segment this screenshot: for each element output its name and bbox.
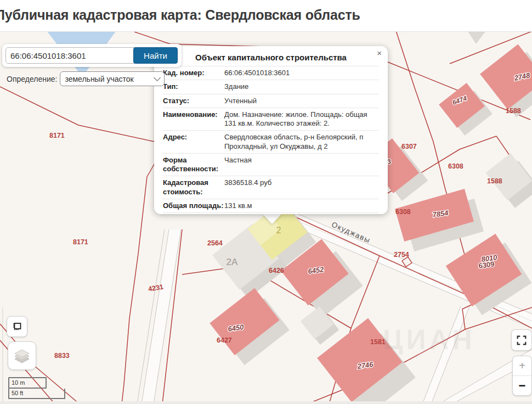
chevron-down-icon <box>154 74 161 81</box>
parcel-label: 8171 <box>49 132 65 139</box>
parcel-label: 8171 <box>73 238 88 246</box>
parcel-label: 2754 <box>394 251 409 259</box>
parcel-label: 1588 <box>487 177 502 185</box>
popup-title: Объект капитального строительства <box>173 53 369 62</box>
parcel-label: 1588 <box>506 107 521 115</box>
fullscreen-button[interactable] <box>511 329 532 351</box>
parcel-label: 2564 <box>207 239 223 247</box>
scale-metric: 10 m <box>8 377 47 389</box>
object-type-select[interactable]: земельный участок <box>60 71 165 86</box>
parcel-label: 6426 <box>269 267 284 274</box>
parcel-label: 6308 <box>448 162 463 170</box>
popup-row: Статус: Учтенный <box>163 94 379 108</box>
measure-icon <box>12 321 22 332</box>
watermark: ЦИАН <box>383 324 476 356</box>
app-header: Публичная кадастровая карта: Свердловска… <box>0 0 532 32</box>
layers-button[interactable] <box>8 341 36 370</box>
info-popup: × Объект капитального строительства Кад.… <box>154 46 388 214</box>
layers-icon <box>12 346 32 366</box>
close-icon[interactable]: × <box>377 49 382 57</box>
popup-row: Общая площадь: 131 кв.м <box>163 199 379 212</box>
filter-row: Определение: земельный участок <box>7 71 165 86</box>
measure-button[interactable] <box>7 316 27 337</box>
zoom-control: + − <box>512 356 532 396</box>
popup-row: Наименование: Дом. Назначение: жилое. Пл… <box>163 108 379 131</box>
page-title: Публичная кадастровая карта: Свердловска… <box>0 0 532 23</box>
popup-tail <box>262 214 282 224</box>
search-input[interactable] <box>5 47 137 64</box>
parcel-label: 8833 <box>54 352 70 360</box>
fullscreen-icon <box>516 334 528 346</box>
page-edge <box>0 401 532 404</box>
find-button[interactable]: Найти <box>133 47 178 64</box>
parcel-label: 6307 <box>401 143 417 150</box>
popup-row: Адрес: Свердловская область, р-н Белоярс… <box>163 130 379 153</box>
parcel-label: 6427 <box>217 336 232 344</box>
popup-row: Кад. номер: 66:06:4501018:3601 <box>163 66 379 80</box>
scale-control: 10 m 50 ft <box>8 377 65 399</box>
parcel-label: 6308 <box>395 208 411 216</box>
popup-row: Форма собственности: Частная <box>163 153 379 176</box>
popup-row: Тип: Здание <box>163 80 379 93</box>
search-bar: Найти <box>2 44 182 67</box>
popup-row: Основные <box>163 212 379 214</box>
scale-imperial: 50 ft <box>8 389 65 399</box>
zoom-out-button[interactable]: − <box>513 376 531 395</box>
zoom-in-button[interactable]: + <box>513 356 531 376</box>
filter-label: Определение: <box>7 75 57 83</box>
object-type-value: земельный участок <box>65 75 133 83</box>
popup-row: Кадастровая стоимость: 3836518.4 руб <box>163 176 379 199</box>
building-label-2a: 2A <box>227 257 238 267</box>
building-label-2: 2 <box>276 226 281 235</box>
